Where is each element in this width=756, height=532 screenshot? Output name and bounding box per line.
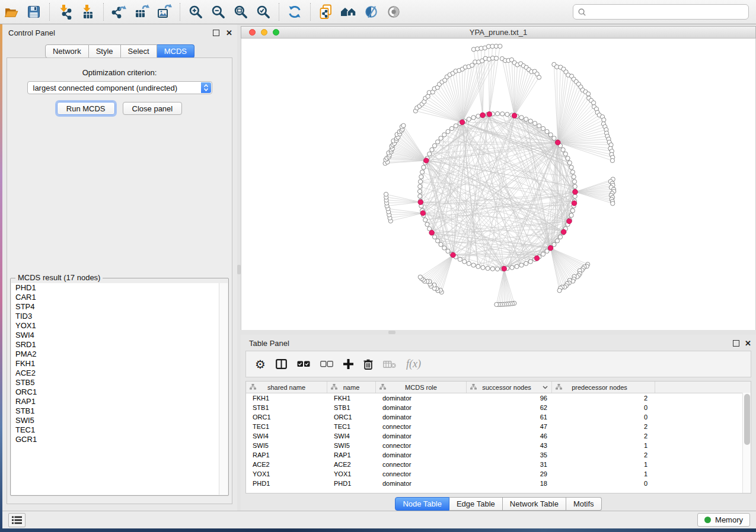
float-window-icon[interactable] [213, 30, 219, 36]
import-table-icon[interactable] [78, 3, 98, 21]
search-icon [578, 8, 586, 17]
float-window-icon[interactable] [733, 340, 739, 347]
criterion-selected-value: largest connected component (undirected) [33, 84, 178, 92]
export-table-icon[interactable] [132, 3, 152, 21]
close-panel-icon[interactable]: ✕ [226, 30, 232, 36]
network-window-titlebar[interactable]: YPA_prune.txt_1 [241, 26, 756, 39]
open-file-icon[interactable] [1, 3, 21, 21]
table-header-row: shared namenameMCDS rolesuccessor nodesp… [246, 382, 751, 393]
zoom-out-icon[interactable] [208, 3, 228, 21]
close-traffic-light[interactable] [249, 29, 256, 36]
run-mcds-button[interactable]: Run MCDS [57, 102, 115, 115]
tab-network[interactable]: Network [45, 44, 89, 58]
tab-node-table[interactable]: Node Table [395, 497, 449, 511]
cell-predecessor_nodes: 2 [552, 422, 655, 431]
mcds-result-item[interactable]: SRD1 [11, 340, 228, 350]
export-network-icon[interactable] [109, 3, 129, 21]
search-input[interactable] [589, 6, 748, 18]
table-row[interactable]: YOX1YOX1connector291 [246, 469, 751, 479]
mcds-result-item[interactable]: YOX1 [11, 321, 228, 331]
cell-successor_nodes: 61 [467, 412, 552, 422]
delete-table-icon [383, 360, 396, 368]
close-panel-button[interactable]: Close panel [123, 102, 183, 115]
zoom-selected-icon[interactable] [253, 3, 273, 21]
minimize-traffic-light[interactable] [261, 29, 267, 36]
show-graphics-details-icon[interactable] [384, 3, 404, 21]
mcds-result-item[interactable]: PHD1 [11, 283, 228, 293]
table-row[interactable]: SWI5SWI5connector431 [246, 441, 751, 450]
table-row[interactable]: STB1STB1dominator620 [246, 403, 751, 412]
settings-gear-icon[interactable]: ⚙ [255, 357, 266, 371]
mcds-result-list[interactable]: PHD1CAR1STP4TID3YOX1SWI4SRD1PMA2FKH1ACE2… [11, 283, 228, 495]
import-network-icon[interactable] [55, 3, 75, 21]
mcds-result-item[interactable]: SWI4 [11, 331, 228, 340]
cell-shared_name: FKH1 [246, 393, 327, 403]
cell-name: ORC1 [327, 412, 376, 422]
table-scrollbar[interactable] [742, 393, 751, 493]
network-canvas[interactable] [241, 39, 756, 330]
memory-button[interactable]: Memory [697, 513, 750, 527]
cell-successor_nodes: 43 [467, 441, 552, 450]
tab-mcds[interactable]: MCDS [157, 44, 194, 58]
cell-successor_nodes: 62 [467, 403, 552, 412]
add-row-icon[interactable] [343, 359, 353, 369]
table-row[interactable]: SWI4SWI4dominator462 [246, 431, 751, 441]
table-row[interactable]: FKH1FKH1dominator962 [246, 393, 751, 403]
zoom-fit-icon[interactable] [231, 3, 251, 21]
tab-style[interactable]: Style [89, 44, 121, 58]
select-all-checkbox-icon[interactable] [297, 361, 310, 367]
mcds-result-item[interactable]: RAP1 [11, 397, 228, 406]
mcds-result-item[interactable]: TEC1 [11, 425, 228, 435]
save-session-icon[interactable] [24, 3, 44, 21]
cell-predecessor_nodes: 0 [552, 479, 655, 488]
zoom-traffic-light[interactable] [273, 29, 279, 36]
mcds-result-item[interactable]: STB1 [11, 406, 228, 416]
export-image-icon[interactable] [154, 3, 174, 21]
mcds-result-item[interactable]: SWI5 [11, 416, 228, 425]
table-row[interactable]: PHD1PHD1dominator180 [246, 479, 751, 488]
horizontal-splitter-handle[interactable] [388, 331, 395, 334]
tab-edge-table[interactable]: Edge Table [449, 497, 503, 511]
table-row[interactable]: TEC1TEC1connector472 [246, 422, 751, 431]
cell-shared_name: ORC1 [246, 412, 327, 422]
mcds-list-scrollbar[interactable] [219, 283, 228, 495]
refresh-icon[interactable] [285, 3, 305, 21]
tab-network-table[interactable]: Network Table [503, 497, 566, 511]
node-table[interactable]: shared namenameMCDS rolesuccessor nodesp… [245, 381, 751, 493]
table-scrollbar-thumb[interactable] [744, 394, 750, 445]
mcds-result-item[interactable]: GCR1 [11, 435, 228, 444]
criterion-select[interactable]: largest connected component (undirected) [27, 81, 212, 94]
table-row[interactable]: ACE2ACE2connector311 [246, 460, 751, 469]
mcds-result-item[interactable]: PMA2 [11, 350, 228, 359]
table-row[interactable]: RAP1RAP1dominator352 [246, 450, 751, 460]
task-history-button[interactable] [8, 513, 25, 527]
first-neighbors-icon[interactable] [339, 3, 359, 21]
zoom-in-icon[interactable] [186, 3, 206, 21]
mcds-result-item[interactable]: STB5 [11, 378, 228, 387]
search-field[interactable] [573, 4, 749, 20]
optimization-criterion-label: Optimization criterion: [7, 68, 232, 77]
clone-network-icon[interactable] [316, 3, 336, 21]
tab-motifs[interactable]: Motifs [566, 497, 602, 511]
column-header-predecessor-nodes[interactable]: predecessor nodes [552, 382, 655, 393]
close-panel-icon[interactable]: ✕ [745, 341, 751, 346]
column-header-successor-nodes[interactable]: successor nodes [467, 382, 552, 393]
deselect-all-checkbox-icon[interactable] [320, 361, 333, 367]
table-row[interactable]: ORC1ORC1dominator610 [246, 412, 751, 422]
list-icon [12, 516, 22, 524]
column-header-name[interactable]: name [327, 382, 376, 393]
mcds-result-item[interactable]: ORC1 [11, 387, 228, 397]
show-columns-icon[interactable] [276, 359, 287, 369]
mcds-result-item[interactable]: FKH1 [11, 359, 228, 368]
mcds-result-item[interactable]: CAR1 [11, 293, 228, 302]
hide-graphics-details-icon[interactable] [361, 3, 381, 21]
mcds-result-item[interactable]: STP4 [11, 302, 228, 312]
toolbar-separator [279, 3, 279, 21]
delete-row-icon[interactable] [363, 359, 373, 370]
column-header-shared-name[interactable]: shared name [246, 382, 327, 393]
network-graph[interactable] [241, 39, 756, 330]
mcds-result-item[interactable]: ACE2 [11, 368, 228, 378]
column-header-MCDS-role[interactable]: MCDS role [376, 382, 467, 393]
tab-select[interactable]: Select [121, 44, 157, 58]
mcds-result-item[interactable]: TID3 [11, 312, 228, 321]
